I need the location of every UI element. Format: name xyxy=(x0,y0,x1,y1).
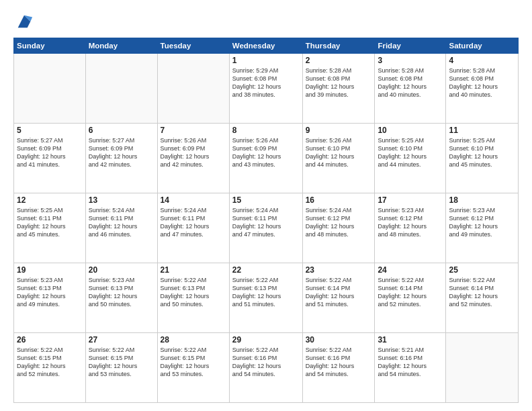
calendar-cell: 30Sunrise: 5:22 AM Sunset: 6:16 PM Dayli… xyxy=(302,333,375,403)
calendar-cell: 31Sunrise: 5:21 AM Sunset: 6:16 PM Dayli… xyxy=(375,333,446,403)
day-info: Sunrise: 5:25 AM Sunset: 6:10 PM Dayligh… xyxy=(378,136,443,169)
calendar-cell: 2Sunrise: 5:28 AM Sunset: 6:08 PM Daylig… xyxy=(302,54,375,124)
day-number: 6 xyxy=(89,126,154,135)
calendar-week-row: 1Sunrise: 5:29 AM Sunset: 6:08 PM Daylig… xyxy=(14,54,519,124)
calendar-week-row: 12Sunrise: 5:25 AM Sunset: 6:11 PM Dayli… xyxy=(14,193,519,263)
day-info: Sunrise: 5:23 AM Sunset: 6:13 PM Dayligh… xyxy=(17,276,83,309)
day-number: 24 xyxy=(378,265,443,275)
day-info: Sunrise: 5:24 AM Sunset: 6:11 PM Dayligh… xyxy=(161,206,226,239)
weekday-header-monday: Monday xyxy=(85,38,157,54)
calendar-cell: 7Sunrise: 5:26 AM Sunset: 6:09 PM Daylig… xyxy=(157,124,229,193)
day-number: 13 xyxy=(89,195,154,205)
logo-icon xyxy=(15,12,34,31)
day-number: 7 xyxy=(161,126,226,135)
calendar-cell xyxy=(157,54,229,124)
calendar-cell: 5Sunrise: 5:27 AM Sunset: 6:09 PM Daylig… xyxy=(14,124,86,193)
calendar-cell xyxy=(85,54,157,124)
day-number: 15 xyxy=(232,195,300,205)
day-number: 11 xyxy=(449,126,515,135)
calendar-cell: 1Sunrise: 5:29 AM Sunset: 6:08 PM Daylig… xyxy=(229,54,302,124)
day-info: Sunrise: 5:23 AM Sunset: 6:12 PM Dayligh… xyxy=(449,206,515,239)
calendar-cell: 28Sunrise: 5:22 AM Sunset: 6:15 PM Dayli… xyxy=(157,333,229,403)
calendar-cell: 18Sunrise: 5:23 AM Sunset: 6:12 PM Dayli… xyxy=(446,193,519,263)
calendar-cell: 13Sunrise: 5:24 AM Sunset: 6:11 PM Dayli… xyxy=(85,193,157,263)
calendar-cell: 23Sunrise: 5:22 AM Sunset: 6:14 PM Dayli… xyxy=(302,263,375,333)
calendar-week-row: 26Sunrise: 5:22 AM Sunset: 6:15 PM Dayli… xyxy=(14,333,519,403)
day-info: Sunrise: 5:27 AM Sunset: 6:09 PM Dayligh… xyxy=(89,136,154,169)
day-number: 16 xyxy=(306,195,372,205)
day-info: Sunrise: 5:28 AM Sunset: 6:08 PM Dayligh… xyxy=(306,66,372,99)
calendar-cell: 26Sunrise: 5:22 AM Sunset: 6:15 PM Dayli… xyxy=(14,333,86,403)
day-number: 28 xyxy=(161,335,226,345)
day-number: 2 xyxy=(306,56,372,65)
day-info: Sunrise: 5:28 AM Sunset: 6:08 PM Dayligh… xyxy=(449,66,515,99)
day-number: 23 xyxy=(306,265,372,275)
day-info: Sunrise: 5:24 AM Sunset: 6:12 PM Dayligh… xyxy=(306,206,372,239)
calendar-cell: 20Sunrise: 5:23 AM Sunset: 6:13 PM Dayli… xyxy=(85,263,157,333)
weekday-header-row: SundayMondayTuesdayWednesdayThursdayFrid… xyxy=(14,38,519,54)
day-number: 5 xyxy=(17,126,83,135)
weekday-header-tuesday: Tuesday xyxy=(157,38,229,54)
calendar-cell: 3Sunrise: 5:28 AM Sunset: 6:08 PM Daylig… xyxy=(375,54,446,124)
calendar-cell: 29Sunrise: 5:22 AM Sunset: 6:16 PM Dayli… xyxy=(229,333,302,403)
day-info: Sunrise: 5:23 AM Sunset: 6:13 PM Dayligh… xyxy=(89,276,154,309)
day-number: 27 xyxy=(89,335,154,345)
calendar-cell: 12Sunrise: 5:25 AM Sunset: 6:11 PM Dayli… xyxy=(14,193,86,263)
day-info: Sunrise: 5:22 AM Sunset: 6:16 PM Dayligh… xyxy=(306,346,372,379)
header xyxy=(13,12,519,31)
day-number: 1 xyxy=(232,56,300,65)
calendar-cell: 21Sunrise: 5:22 AM Sunset: 6:13 PM Dayli… xyxy=(157,263,229,333)
logo xyxy=(13,12,34,31)
day-info: Sunrise: 5:22 AM Sunset: 6:13 PM Dayligh… xyxy=(232,276,300,309)
day-info: Sunrise: 5:22 AM Sunset: 6:16 PM Dayligh… xyxy=(232,346,300,379)
day-number: 19 xyxy=(17,265,83,275)
day-number: 29 xyxy=(232,335,300,345)
day-number: 21 xyxy=(161,265,226,275)
day-info: Sunrise: 5:26 AM Sunset: 6:09 PM Dayligh… xyxy=(161,136,226,169)
weekday-header-sunday: Sunday xyxy=(14,38,86,54)
day-number: 26 xyxy=(17,335,83,345)
day-info: Sunrise: 5:26 AM Sunset: 6:09 PM Dayligh… xyxy=(232,136,300,169)
day-number: 25 xyxy=(449,265,515,275)
calendar-cell: 22Sunrise: 5:22 AM Sunset: 6:13 PM Dayli… xyxy=(229,263,302,333)
day-info: Sunrise: 5:24 AM Sunset: 6:11 PM Dayligh… xyxy=(89,206,154,239)
day-number: 30 xyxy=(306,335,372,345)
calendar-cell: 11Sunrise: 5:25 AM Sunset: 6:10 PM Dayli… xyxy=(446,124,519,193)
day-number: 22 xyxy=(232,265,300,275)
day-info: Sunrise: 5:21 AM Sunset: 6:16 PM Dayligh… xyxy=(378,346,443,379)
calendar-cell: 9Sunrise: 5:26 AM Sunset: 6:10 PM Daylig… xyxy=(302,124,375,193)
weekday-header-saturday: Saturday xyxy=(446,38,519,54)
day-info: Sunrise: 5:22 AM Sunset: 6:14 PM Dayligh… xyxy=(306,276,372,309)
day-info: Sunrise: 5:25 AM Sunset: 6:10 PM Dayligh… xyxy=(449,136,515,169)
calendar-cell: 10Sunrise: 5:25 AM Sunset: 6:10 PM Dayli… xyxy=(375,124,446,193)
day-info: Sunrise: 5:26 AM Sunset: 6:10 PM Dayligh… xyxy=(306,136,372,169)
day-number: 4 xyxy=(449,56,515,65)
calendar-week-row: 5Sunrise: 5:27 AM Sunset: 6:09 PM Daylig… xyxy=(14,124,519,193)
day-number: 9 xyxy=(306,126,372,135)
calendar-cell: 17Sunrise: 5:23 AM Sunset: 6:12 PM Dayli… xyxy=(375,193,446,263)
day-number: 12 xyxy=(17,195,83,205)
day-info: Sunrise: 5:22 AM Sunset: 6:15 PM Dayligh… xyxy=(17,346,83,379)
calendar-cell: 14Sunrise: 5:24 AM Sunset: 6:11 PM Dayli… xyxy=(157,193,229,263)
calendar-cell: 25Sunrise: 5:22 AM Sunset: 6:14 PM Dayli… xyxy=(446,263,519,333)
calendar-cell xyxy=(14,54,86,124)
calendar-table: SundayMondayTuesdayWednesdayThursdayFrid… xyxy=(13,38,519,403)
day-info: Sunrise: 5:22 AM Sunset: 6:15 PM Dayligh… xyxy=(89,346,154,379)
day-number: 14 xyxy=(161,195,226,205)
day-info: Sunrise: 5:22 AM Sunset: 6:13 PM Dayligh… xyxy=(161,276,226,309)
page: SundayMondayTuesdayWednesdayThursdayFrid… xyxy=(0,0,532,411)
day-number: 17 xyxy=(378,195,443,205)
day-number: 18 xyxy=(449,195,515,205)
calendar-cell: 19Sunrise: 5:23 AM Sunset: 6:13 PM Dayli… xyxy=(14,263,86,333)
calendar-cell: 8Sunrise: 5:26 AM Sunset: 6:09 PM Daylig… xyxy=(229,124,302,193)
day-number: 10 xyxy=(378,126,443,135)
calendar-cell: 6Sunrise: 5:27 AM Sunset: 6:09 PM Daylig… xyxy=(85,124,157,193)
day-info: Sunrise: 5:25 AM Sunset: 6:11 PM Dayligh… xyxy=(17,206,83,239)
day-number: 20 xyxy=(89,265,154,275)
day-info: Sunrise: 5:22 AM Sunset: 6:15 PM Dayligh… xyxy=(161,346,226,379)
day-info: Sunrise: 5:22 AM Sunset: 6:14 PM Dayligh… xyxy=(378,276,443,309)
day-number: 8 xyxy=(232,126,300,135)
weekday-header-thursday: Thursday xyxy=(302,38,375,54)
day-info: Sunrise: 5:23 AM Sunset: 6:12 PM Dayligh… xyxy=(378,206,443,239)
day-info: Sunrise: 5:22 AM Sunset: 6:14 PM Dayligh… xyxy=(449,276,515,309)
